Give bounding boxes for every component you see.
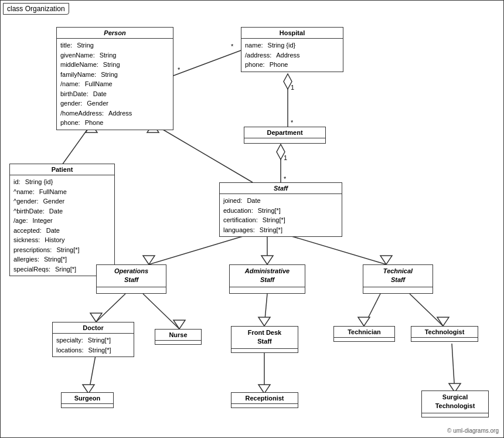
patient-attrs: id:String {id} ^name:FullName ^gender:Ge…: [10, 175, 114, 276]
svg-marker-27: [173, 320, 185, 329]
surgeon-title: Surgeon: [62, 393, 113, 404]
technical-staff-title: TechnicalStaff: [363, 265, 433, 287]
administrative-staff-title: AdministrativeStaff: [230, 265, 305, 287]
technician-box: Technician: [333, 326, 395, 342]
svg-marker-4: [284, 74, 292, 89]
technologist-title: Technologist: [411, 327, 478, 338]
svg-marker-25: [90, 313, 102, 322]
hospital-title: Hospital: [241, 28, 343, 39]
svg-line-11: [62, 124, 91, 165]
operations-staff-title: OperationsStaff: [97, 265, 166, 287]
diagram-canvas: class Organization * * 1 * 1 *: [0, 0, 504, 438]
hospital-attrs: name:String {id} /address:Address phone:…: [241, 39, 343, 72]
patient-box: Patient id:String {id} ^name:FullName ^g…: [9, 164, 115, 276]
operations-staff-box: OperationsStaff: [96, 264, 166, 294]
technologist-box: Technologist: [411, 326, 478, 342]
svg-marker-21: [261, 256, 273, 264]
doctor-box: Doctor specialty:String[*] locations:Str…: [52, 322, 134, 357]
front-desk-staff-title: Front DeskStaff: [231, 327, 298, 349]
svg-line-0: [173, 50, 241, 76]
hospital-box: Hospital name:String {id} /address:Addre…: [241, 27, 343, 72]
staff-title: Staff: [220, 183, 342, 194]
patient-title: Patient: [10, 164, 114, 175]
svg-text:1: 1: [284, 154, 287, 161]
front-desk-staff-box: Front DeskStaff: [231, 326, 298, 353]
doctor-attrs: specialty:String[*] locations:String[*]: [53, 334, 134, 356]
svg-line-13: [153, 124, 253, 182]
nurse-box: Nurse: [155, 329, 202, 345]
person-title: Person: [57, 28, 173, 39]
svg-text:*: *: [284, 175, 287, 182]
svg-line-22: [288, 235, 386, 264]
receptionist-title: Receptionist: [231, 393, 298, 404]
svg-text:*: *: [178, 66, 181, 73]
person-box: Person title:String givenName:String mid…: [56, 27, 173, 130]
nurse-title: Nurse: [155, 330, 201, 341]
svg-line-34: [88, 352, 96, 393]
svg-line-18: [149, 235, 247, 264]
svg-line-32: [410, 294, 443, 326]
svg-text:*: *: [291, 119, 294, 126]
svg-line-28: [264, 294, 267, 326]
department-box: Department: [244, 127, 326, 144]
copyright-text: © uml-diagrams.org: [447, 427, 499, 434]
technician-title: Technician: [334, 327, 394, 338]
svg-marker-29: [258, 317, 270, 326]
svg-marker-23: [380, 256, 392, 264]
svg-text:*: *: [231, 43, 234, 50]
staff-box: Staff joined:Date education:String[*] ce…: [219, 182, 342, 237]
diagram-title: class Organization: [3, 3, 69, 15]
technical-staff-box: TechnicalStaff: [363, 264, 433, 294]
svg-line-38: [452, 344, 455, 392]
department-title: Department: [244, 127, 325, 138]
surgeon-box: Surgeon: [61, 392, 114, 408]
svg-marker-33: [437, 317, 449, 326]
svg-marker-19: [143, 256, 155, 264]
doctor-title: Doctor: [53, 322, 134, 334]
staff-attrs: joined:Date education:String[*] certific…: [220, 194, 342, 236]
svg-line-26: [143, 294, 179, 329]
person-attrs: title:String givenName:String middleName…: [57, 39, 173, 130]
svg-marker-8: [277, 144, 285, 159]
svg-text:1: 1: [291, 84, 294, 91]
svg-marker-31: [358, 317, 370, 326]
administrative-staff-box: AdministrativeStaff: [229, 264, 305, 294]
surgical-technologist-title: SurgicalTechnologist: [422, 391, 488, 413]
svg-line-24: [96, 294, 125, 322]
svg-line-30: [364, 294, 380, 326]
surgical-technologist-box: SurgicalTechnologist: [421, 391, 489, 417]
receptionist-box: Receptionist: [231, 392, 298, 408]
